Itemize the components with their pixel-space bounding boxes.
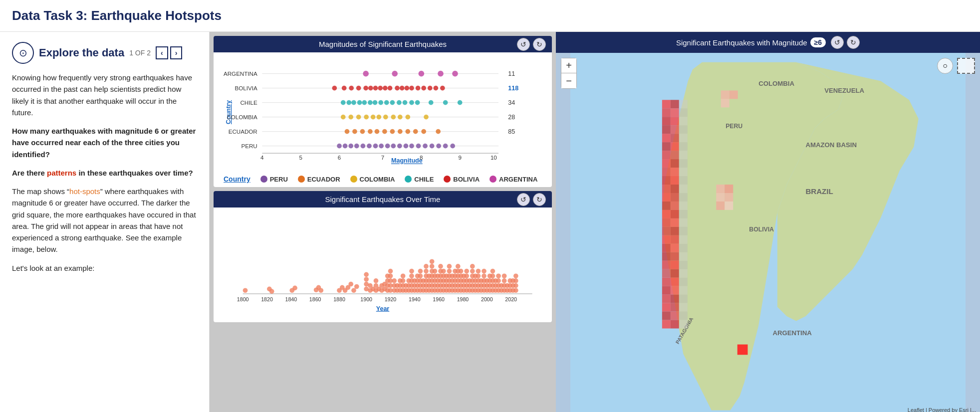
svg-point-300: [482, 273, 487, 278]
svg-rect-385: [671, 252, 679, 261]
svg-text:BRAZIL: BRAZIL: [805, 187, 833, 196]
svg-rect-426: [679, 218, 688, 227]
svg-point-109: [450, 144, 455, 149]
map-select-rect[interactable]: [957, 58, 975, 74]
svg-point-141: [364, 277, 369, 282]
svg-point-245: [447, 269, 452, 274]
svg-point-85: [390, 129, 395, 134]
svg-rect-387: [671, 261, 679, 269]
legend-dot-argentina: [490, 176, 496, 183]
svg-point-48: [428, 86, 433, 91]
svg-rect-389: [671, 269, 679, 278]
svg-point-30: [438, 71, 444, 77]
svg-rect-434: [679, 286, 688, 295]
example-paragraph: Let's look at an example:: [12, 262, 197, 274]
legend-dot-chile: [405, 176, 412, 183]
svg-point-205: [424, 264, 429, 269]
svg-point-47: [421, 86, 426, 91]
svg-point-65: [429, 100, 434, 105]
svg-point-102: [404, 144, 409, 149]
svg-rect-418: [679, 151, 688, 159]
nav-next-button[interactable]: ›: [170, 46, 183, 59]
svg-text:VENEZUELA: VENEZUELA: [824, 87, 864, 94]
svg-text:COLOMBIA: COLOMBIA: [227, 114, 257, 120]
svg-rect-404: [716, 193, 725, 202]
map-overlay-controls[interactable]: ○: [937, 58, 975, 74]
svg-point-231: [438, 264, 443, 269]
svg-point-89: [421, 129, 426, 134]
scatter-svg: Country Magnitude ARGENTINA BOLIVIA CHIL…: [224, 57, 542, 167]
svg-point-138: [354, 284, 359, 289]
svg-point-337: [513, 278, 518, 283]
svg-rect-392: [662, 286, 671, 295]
svg-text:Year: Year: [376, 305, 390, 312]
svg-rect-411: [737, 345, 748, 355]
svg-point-77: [405, 115, 410, 120]
svg-point-142: [364, 272, 369, 277]
svg-point-335: [513, 288, 518, 293]
svg-point-100: [391, 144, 396, 149]
svg-rect-428: [679, 235, 688, 244]
svg-point-39: [378, 86, 383, 91]
legend-title[interactable]: Country: [224, 175, 250, 183]
svg-point-94: [354, 144, 359, 149]
svg-rect-431: [679, 261, 688, 269]
svg-point-82: [368, 129, 373, 134]
svg-point-221: [433, 269, 438, 274]
svg-point-62: [403, 100, 408, 105]
svg-text:Magnitude: Magnitude: [391, 158, 423, 165]
svg-rect-421: [679, 176, 688, 185]
zoom-in-button[interactable]: +: [561, 58, 576, 73]
svg-rect-410: [721, 99, 730, 107]
svg-point-108: [443, 144, 448, 149]
svg-rect-388: [662, 269, 671, 278]
svg-text:1880: 1880: [333, 296, 345, 302]
svg-point-73: [376, 115, 381, 120]
svg-text:PERU: PERU: [726, 123, 742, 130]
svg-rect-416: [679, 134, 688, 142]
svg-point-148: [374, 278, 379, 283]
center-panel: Magnitudes of Significant Earthquakes ↺ …: [210, 32, 556, 412]
svg-point-91: [337, 144, 342, 149]
time-undo-button[interactable]: ↺: [517, 193, 530, 206]
svg-point-336: [513, 283, 518, 288]
time-redo-button[interactable]: ↻: [533, 193, 546, 206]
scatter-redo-button[interactable]: ↻: [533, 38, 546, 51]
page-title: Data Task 3: Earthquake Hotspots: [0, 0, 980, 32]
map-undo-button[interactable]: ↺: [831, 36, 844, 49]
svg-rect-399: [671, 312, 679, 320]
map-redo-button[interactable]: ↻: [847, 36, 860, 49]
zoom-out-button[interactable]: −: [561, 73, 576, 88]
svg-point-338: [513, 273, 518, 278]
svg-rect-354: [662, 125, 671, 134]
explore-count: 1 OF 2: [129, 49, 151, 57]
svg-text:AMAZON BASIN: AMAZON BASIN: [805, 141, 857, 149]
svg-point-36: [363, 86, 368, 91]
svg-rect-394: [662, 295, 671, 303]
svg-point-80: [352, 129, 357, 134]
map-header: Significant Earthquakes with Magnitude ≥…: [556, 32, 980, 53]
scatter-chart-controls[interactable]: ↺ ↻: [517, 38, 546, 51]
svg-rect-373: [671, 202, 679, 210]
svg-rect-352: [662, 117, 671, 125]
svg-point-136: [348, 282, 353, 287]
svg-point-79: [345, 129, 350, 134]
svg-rect-397: [671, 303, 679, 312]
left-panel: ⊙ Explore the data 1 OF 2 ‹ › Knowing ho…: [0, 32, 210, 412]
svg-rect-436: [679, 303, 688, 312]
map-layer-toggle[interactable]: ○: [937, 58, 953, 74]
svg-text:85: 85: [508, 128, 515, 135]
svg-point-97: [373, 144, 378, 149]
svg-point-128: [292, 286, 297, 291]
question-2: Are there patterns in these earthquakes …: [12, 167, 197, 179]
svg-point-261: [456, 264, 461, 269]
map-zoom-controls[interactable]: + −: [561, 58, 577, 89]
svg-rect-372: [662, 202, 671, 210]
scatter-chart-title: Magnitudes of Significant Earthquakes: [319, 40, 447, 48]
time-chart-controls[interactable]: ↺ ↻: [517, 193, 546, 206]
svg-point-87: [405, 129, 410, 134]
nav-prev-button[interactable]: ‹: [156, 46, 168, 59]
scatter-undo-button[interactable]: ↺: [517, 38, 530, 51]
svg-rect-358: [662, 142, 671, 151]
svg-point-57: [373, 100, 378, 105]
